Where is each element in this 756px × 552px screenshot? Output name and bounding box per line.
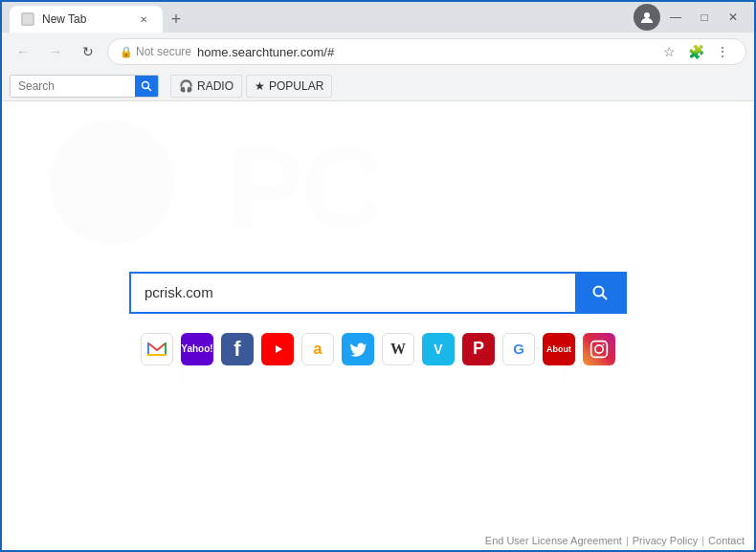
shortcut-twitter[interactable] xyxy=(342,333,374,365)
radio-button[interactable]: 🎧 RADIO xyxy=(170,75,242,98)
toolbar-search-box[interactable] xyxy=(10,75,159,98)
popular-star-icon: ★ xyxy=(255,79,265,93)
popular-label: POPULAR xyxy=(269,79,323,93)
svg-rect-12 xyxy=(591,341,608,357)
tab-favicon xyxy=(21,12,34,26)
close-button[interactable]: ✕ xyxy=(720,4,746,31)
extensions-icon[interactable]: 🧩 xyxy=(684,40,707,63)
popular-button[interactable]: ★ POPULAR xyxy=(246,75,332,98)
forward-button[interactable]: → xyxy=(42,38,69,65)
shortcut-vimeo[interactable]: V xyxy=(422,333,455,365)
footer-sep-2: | xyxy=(701,535,704,546)
svg-line-3 xyxy=(148,87,152,91)
toolbar-search-input[interactable] xyxy=(11,76,135,97)
security-indicator: 🔒 Not secure xyxy=(120,45,191,58)
svg-point-2 xyxy=(143,81,149,88)
shortcut-wikipedia[interactable]: W xyxy=(382,333,414,365)
radio-icon: 🎧 xyxy=(179,79,193,93)
not-secure-label: Not secure xyxy=(136,45,191,58)
search-area: Yahoo! f a W V P xyxy=(129,272,627,365)
svg-rect-9 xyxy=(147,354,167,356)
maximize-button[interactable]: □ xyxy=(691,4,718,31)
window-controls: — □ ✕ xyxy=(634,4,746,31)
watermark-pc: PC xyxy=(228,130,382,245)
eula-link[interactable]: End User License Agreement xyxy=(485,535,622,546)
shortcut-instagram[interactable] xyxy=(583,333,615,365)
svg-point-13 xyxy=(595,344,603,352)
shortcuts-bar: Yahoo! f a W V P xyxy=(141,333,615,365)
shortcut-facebook[interactable]: f xyxy=(221,333,254,365)
bookmark-icon[interactable]: ☆ xyxy=(657,40,680,63)
radio-label: RADIO xyxy=(197,79,233,93)
main-search-box[interactable] xyxy=(129,272,627,314)
menu-icon[interactable]: ⋮ xyxy=(711,40,734,63)
svg-rect-8 xyxy=(165,342,167,356)
svg-line-5 xyxy=(602,295,607,299)
title-bar: New Tab ✕ + — □ ✕ xyxy=(2,2,754,33)
address-box[interactable]: 🔒 Not secure home.searchtuner.com/# ☆ 🧩 … xyxy=(107,38,746,65)
toolbar-search-button[interactable] xyxy=(135,75,158,98)
shortcut-youtube[interactable] xyxy=(261,333,294,365)
back-button[interactable]: ← xyxy=(10,38,36,65)
shortcut-amazon[interactable]: a xyxy=(301,333,334,365)
page-content: PC RISK.COM xyxy=(2,101,754,552)
svg-rect-0 xyxy=(23,14,33,24)
shortcut-gmail[interactable] xyxy=(141,333,173,365)
address-bar-row: ← → ↻ 🔒 Not secure home.searchtuner.com/… xyxy=(2,33,754,71)
watermark-circle xyxy=(50,121,174,245)
toolbar-row: 🎧 RADIO ★ POPULAR xyxy=(2,71,754,101)
shortcut-about[interactable]: About xyxy=(543,333,575,365)
address-url: home.searchtuner.com/# xyxy=(197,45,334,59)
new-tab-button[interactable]: + xyxy=(163,6,189,33)
tab-label: New Tab xyxy=(42,12,86,26)
active-tab[interactable]: New Tab ✕ xyxy=(10,6,163,33)
lock-icon: 🔒 xyxy=(120,46,133,58)
shortcut-google[interactable]: G xyxy=(502,333,535,365)
tab-bar: New Tab ✕ + xyxy=(10,2,189,33)
address-right-icons: ☆ 🧩 ⋮ xyxy=(657,40,734,63)
svg-rect-7 xyxy=(147,342,149,356)
reload-button[interactable]: ↻ xyxy=(75,38,101,65)
page-footer: End User License Agreement | Privacy Pol… xyxy=(485,535,745,546)
svg-point-1 xyxy=(644,12,650,18)
footer-sep-1: | xyxy=(626,535,629,546)
shortcut-yahoo[interactable]: Yahoo! xyxy=(181,333,213,365)
svg-point-14 xyxy=(603,343,605,345)
shortcut-pinterest[interactable]: P xyxy=(462,333,495,365)
contact-link[interactable]: Contact xyxy=(708,535,745,546)
tab-close-button[interactable]: ✕ xyxy=(136,11,151,27)
main-search-button[interactable] xyxy=(575,274,625,312)
privacy-link[interactable]: Privacy Policy xyxy=(633,535,698,546)
minimize-button[interactable]: — xyxy=(662,4,689,31)
main-search-input[interactable] xyxy=(131,274,575,312)
profile-icon[interactable] xyxy=(634,4,660,31)
